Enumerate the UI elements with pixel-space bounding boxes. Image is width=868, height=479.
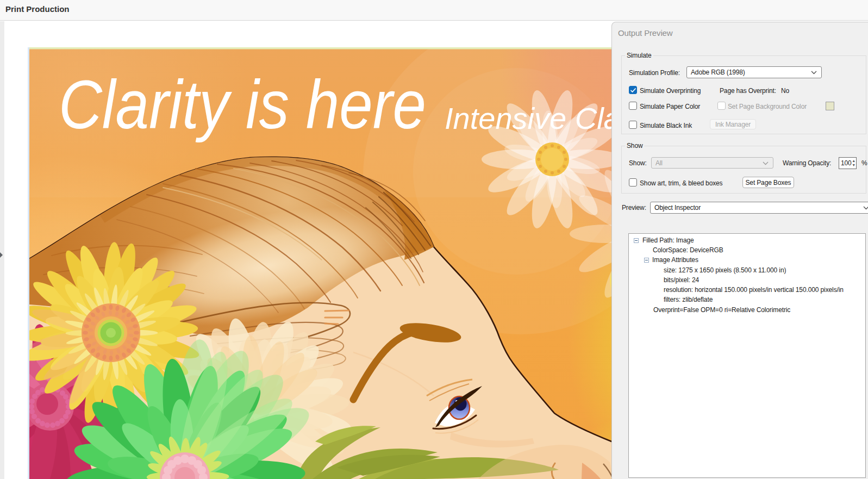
svg-text:Intensive Clari: Intensive Clari [445, 101, 614, 135]
svg-text:Clarity is here: Clarity is here [59, 66, 426, 143]
